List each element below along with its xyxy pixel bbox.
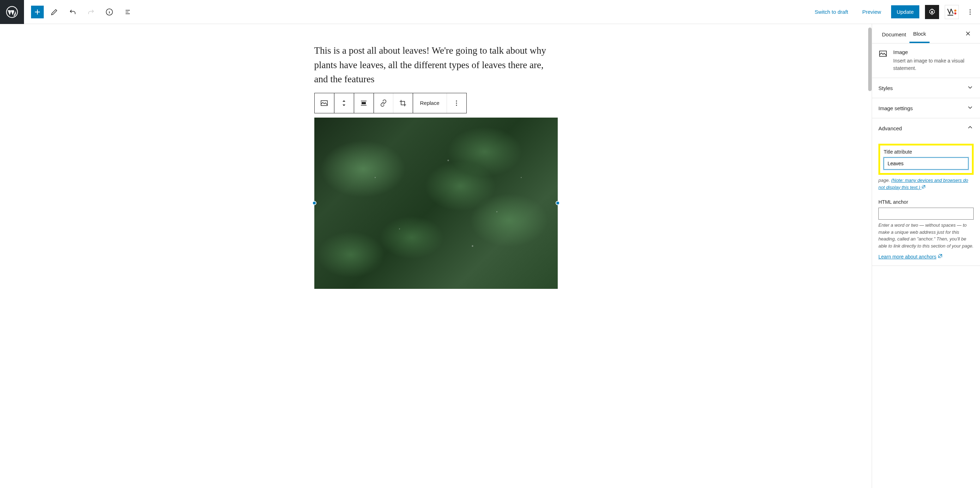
styles-panel: Styles	[872, 78, 980, 98]
tab-document[interactable]: Document	[878, 25, 910, 42]
svg-point-4	[954, 10, 956, 12]
svg-point-7	[970, 11, 971, 12]
svg-point-2	[931, 11, 933, 13]
external-link-icon	[921, 184, 926, 191]
resize-handle-left[interactable]	[312, 201, 317, 205]
align-button[interactable]	[354, 93, 374, 113]
external-link-icon	[938, 254, 943, 260]
top-toolbar: Switch to draft Preview Update	[0, 0, 980, 24]
toolbar-right: Switch to draft Preview Update	[810, 5, 980, 19]
undo-button[interactable]	[65, 4, 80, 20]
svg-point-12	[456, 102, 457, 104]
block-info-panel: Image Insert an image to make a visual s…	[872, 43, 980, 78]
toolbar-left	[24, 4, 135, 20]
update-button[interactable]: Update	[891, 5, 920, 18]
move-button[interactable]	[334, 93, 354, 113]
tab-block[interactable]: Block	[910, 24, 929, 43]
post-paragraph[interactable]: This is a post all about leaves! We're g…	[314, 43, 558, 86]
leaf-image	[314, 118, 558, 289]
image-icon	[878, 49, 888, 58]
svg-point-11	[456, 100, 457, 101]
block-type-title: Image	[893, 49, 974, 55]
image-settings-panel-header[interactable]: Image settings	[872, 98, 980, 118]
image-block[interactable]	[314, 118, 558, 289]
replace-button[interactable]: Replace	[413, 93, 447, 113]
title-attribute-highlight: Title attribute	[878, 144, 974, 175]
chevron-down-icon	[967, 84, 974, 92]
outline-button[interactable]	[120, 4, 135, 20]
title-attribute-label: Title attribute	[884, 149, 968, 155]
resize-handle-right[interactable]	[555, 201, 560, 205]
editor-canvas: This is a post all about leaves! We're g…	[0, 24, 872, 488]
scrollbar[interactable]	[868, 27, 872, 91]
anchor-help-text: Enter a word or two — without spaces — t…	[878, 222, 974, 249]
settings-sidebar: Document Block Image Insert an image to …	[872, 24, 980, 488]
learn-anchors-link[interactable]: Learn more about anchors	[878, 254, 943, 260]
yoast-button[interactable]	[945, 5, 959, 19]
html-anchor-label: HTML anchor	[878, 199, 974, 205]
title-help-text: page. (Note: many devices and browsers d…	[878, 177, 974, 191]
block-type-desc: Insert an image to make a visual stateme…	[893, 57, 974, 72]
info-button[interactable]	[102, 4, 117, 20]
title-attribute-input[interactable]	[884, 158, 968, 169]
preview-button[interactable]: Preview	[858, 6, 885, 18]
block-toolbar: Replace	[314, 93, 467, 113]
title-help-link[interactable]: (Note: many devices and browsers do not …	[878, 178, 968, 190]
chevron-down-icon	[967, 104, 974, 112]
settings-button[interactable]	[925, 5, 939, 19]
svg-point-8	[970, 13, 971, 14]
chevron-up-icon	[967, 124, 974, 132]
close-sidebar-button[interactable]	[963, 28, 974, 39]
styles-panel-header[interactable]: Styles	[872, 78, 980, 98]
svg-point-5	[954, 12, 956, 14]
svg-point-6	[970, 9, 971, 10]
sidebar-tabs: Document Block	[872, 24, 980, 43]
block-type-button[interactable]	[315, 93, 334, 113]
crop-button[interactable]	[393, 93, 413, 113]
edit-mode-button[interactable]	[46, 4, 62, 20]
switch-to-draft-button[interactable]: Switch to draft	[810, 6, 852, 18]
advanced-panel-header[interactable]: Advanced	[872, 118, 980, 138]
advanced-panel: Advanced Title attribute page. (Note: ma…	[872, 118, 980, 266]
add-block-button[interactable]	[31, 6, 44, 18]
more-options-button[interactable]	[964, 5, 976, 19]
link-button[interactable]	[374, 93, 393, 113]
block-more-button[interactable]	[447, 93, 466, 113]
html-anchor-input[interactable]	[878, 207, 974, 220]
svg-point-13	[456, 105, 457, 105]
redo-button[interactable]	[83, 4, 99, 20]
svg-rect-10	[361, 102, 366, 104]
wordpress-logo[interactable]	[0, 0, 24, 24]
image-settings-panel: Image settings	[872, 98, 980, 118]
